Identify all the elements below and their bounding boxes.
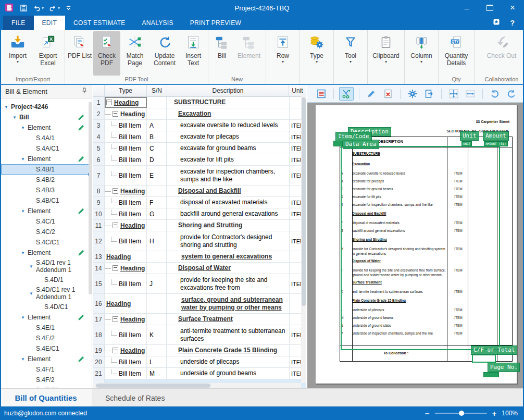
page-no-label[interactable]: Page No.	[488, 363, 520, 372]
expand-arrow-icon[interactable]: ▼	[13, 115, 19, 120]
zoom-slider-knob[interactable]	[459, 411, 464, 416]
grid-row-9[interactable]: 9Bill ItemFdisposal of excavated materia…	[93, 197, 306, 208]
sn-cell[interactable]: A	[147, 120, 167, 131]
grid-horizontal-scrollbar[interactable]	[93, 383, 301, 388]
edit-pencil-icon[interactable]	[78, 125, 84, 131]
grid-row-19[interactable]: 19HeadingPlain Concrete Grade 15 Blindin…	[93, 345, 306, 356]
tree-item-s-4b-3[interactable]: S.4B/3	[1, 185, 92, 195]
grid-row-21[interactable]: 21Bill ItemMunderside of ground beamsITE…	[93, 368, 306, 379]
tool-button[interactable]: Tool ▾	[336, 31, 365, 84]
sn-cell[interactable]: D	[147, 154, 167, 165]
sn-cell[interactable]: F	[147, 197, 167, 208]
collapse-box-icon[interactable]	[106, 100, 112, 105]
expand-arrow-icon[interactable]: ▼	[4, 105, 11, 109]
column-button[interactable]: Column ▾	[407, 31, 436, 84]
pin-icon[interactable]	[81, 88, 88, 95]
description-cell[interactable]: provide for keeping the site and excavat…	[167, 274, 290, 293]
header-description[interactable]: Description	[167, 85, 289, 96]
edit-pencil-icon[interactable]	[78, 314, 84, 320]
tree-item-element[interactable]: ▼Element	[1, 354, 92, 364]
grid-row-6[interactable]: 6Bill ItemDexcavate for lift pitsITEM	[93, 154, 306, 166]
type-cell[interactable]: Bill Item	[105, 356, 147, 367]
expand-arrow-icon[interactable]: ▼	[21, 209, 28, 214]
tree-item-s-4e-1[interactable]: S.4E/1	[1, 323, 92, 333]
unit-header-box[interactable]: UNIT	[461, 141, 472, 146]
collapse-box-icon[interactable]	[113, 188, 118, 194]
amount-area-label[interactable]: Amount	[483, 131, 509, 141]
edit-pencil-icon[interactable]	[78, 208, 84, 214]
type-cell[interactable]: Heading	[105, 108, 147, 119]
zoom-slider[interactable]	[435, 413, 487, 414]
expand-arrow-icon[interactable]: ▼	[21, 315, 28, 320]
undo-dropdown-caret-icon[interactable]: ▾	[42, 6, 44, 10]
expand-arrow-icon[interactable]: ▼	[21, 157, 28, 162]
sn-cell[interactable]	[147, 251, 167, 262]
tree-item-s-4b-2[interactable]: S.4B/2	[1, 175, 92, 185]
close-button[interactable]: ×	[501, 0, 524, 16]
tree-item-element[interactable]: ▼Element	[1, 206, 92, 216]
edit-pencil-icon[interactable]	[78, 356, 84, 362]
tab-schedule-of-rates[interactable]: Schedule of Rates	[92, 389, 178, 407]
export-excel-button[interactable]: X Export Excel	[33, 31, 63, 76]
fit-page-icon[interactable]	[447, 88, 460, 100]
data-area-box[interactable]	[341, 146, 500, 350]
sidebar-scrollbar[interactable]	[89, 102, 92, 294]
pdf-viewport[interactable]: 33 Carpenter Street SECTION NO. 4B - SUB…	[307, 103, 523, 388]
collapse-box-icon[interactable]	[113, 265, 118, 271]
sn-cell[interactable]: L	[147, 356, 167, 367]
header-unit[interactable]: Unit	[289, 85, 306, 96]
tree-item-element[interactable]: ▼Element	[1, 312, 92, 323]
type-cell[interactable]: Bill Item	[105, 274, 147, 293]
maximize-button[interactable]	[478, 0, 501, 16]
sn-cell[interactable]: M	[147, 368, 167, 379]
bookmark-icon[interactable]	[492, 18, 501, 28]
sn-cell[interactable]	[147, 314, 167, 325]
match-page-button[interactable]: Match Page	[121, 31, 148, 76]
tree-item-s-4f-1[interactable]: S.4F/1	[1, 364, 92, 375]
description-cell[interactable]: Disposal of Water	[167, 263, 290, 274]
type-cell[interactable]: Bill Item	[105, 368, 147, 379]
tree-item-s-4d-1-rev-1-addendum-1[interactable]: ▼S.4D/1 rev 1 Addendum 1	[1, 258, 92, 275]
help-icon[interactable]: ?	[510, 19, 515, 27]
collapse-box-icon[interactable]	[113, 111, 118, 117]
grid-vertical-scrollbar[interactable]	[301, 96, 306, 383]
description-cell[interactable]: Plain Concrete Grade 15 Blinding	[167, 345, 290, 356]
type-cell[interactable]: Heading	[105, 251, 147, 262]
type-cell[interactable]: Heading	[105, 186, 147, 196]
tree-item-s-4c-1[interactable]: S.4C/1	[1, 216, 92, 227]
description-cell[interactable]: underside of ground beams	[167, 368, 290, 379]
type-cell[interactable]: Bill Item	[105, 231, 147, 251]
sn-cell[interactable]	[147, 294, 167, 313]
type-cell[interactable]: Heading	[105, 97, 147, 108]
tab-analysis[interactable]: ANALYSIS	[134, 16, 182, 30]
tree-item-s-4b-1[interactable]: S.4B/1	[1, 164, 92, 175]
check-pdf-button[interactable]: Check PDF	[93, 31, 120, 76]
description-cell[interactable]: excavate for ground beams	[167, 143, 290, 154]
edit-pencil-icon[interactable]	[78, 114, 84, 120]
type-cell[interactable]: Heading	[105, 220, 147, 231]
description-cell[interactable]: Excavation	[167, 108, 290, 119]
collapse-box-icon[interactable]	[113, 348, 118, 353]
grid-row-14[interactable]: 14HeadingDisposal of Water	[93, 263, 306, 274]
sn-cell[interactable]: K	[147, 325, 167, 344]
description-cell[interactable]: Disposal and Backfill	[167, 186, 290, 196]
tree-item-s-4e-2[interactable]: S.4E/2	[1, 333, 92, 343]
type-button[interactable]: Type ▾	[302, 31, 331, 84]
grid-row-7[interactable]: 7Bill ItemEexcavate for inspection chamb…	[93, 166, 306, 186]
tab-print-preview[interactable]: PRINT PREVIEW	[182, 16, 249, 30]
tab-file[interactable]: FILE	[3, 16, 34, 30]
cf-total-label[interactable]: C/F or Total	[471, 345, 517, 355]
expand-arrow-icon[interactable]: ▼	[29, 264, 36, 269]
description-cell[interactable]: excavate for pilecaps	[167, 131, 290, 142]
grid-row-4[interactable]: 4Bill ItemBexcavate for pilecapsITEM	[93, 131, 306, 143]
description-cell[interactable]: backfill around general excavations	[167, 208, 290, 219]
zoom-in-button[interactable]: +	[492, 409, 497, 418]
type-cell[interactable]: Bill Item	[105, 197, 147, 208]
grid-row-11[interactable]: 11HeadingShoring and Strutting	[93, 220, 306, 231]
sn-cell[interactable]	[147, 108, 167, 119]
update-content-button[interactable]: Update Content	[149, 31, 180, 76]
tree-item-project-4246[interactable]: ▼Project-4246	[1, 102, 92, 112]
description-cell[interactable]: SUBSTRUCTURE	[167, 97, 290, 108]
expand-arrow-icon[interactable]: ▼	[21, 126, 28, 130]
type-cell[interactable]: Heading	[105, 263, 147, 274]
